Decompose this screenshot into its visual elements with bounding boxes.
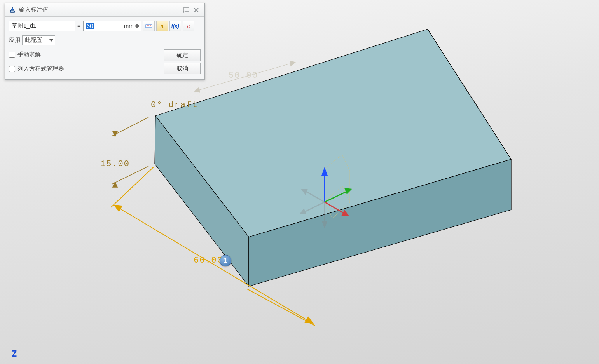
- equation-manager-check[interactable]: [9, 66, 15, 72]
- svg-marker-6: [290, 61, 295, 66]
- svg-marker-18: [114, 205, 122, 211]
- close-icon[interactable]: [191, 6, 201, 14]
- svg-marker-12: [113, 182, 117, 187]
- help-icon[interactable]: [181, 6, 191, 14]
- equation-manager-label: 列入方程式管理器: [17, 65, 64, 73]
- svg-line-16: [247, 289, 315, 326]
- ok-button[interactable]: 确定: [164, 49, 201, 61]
- dim-depth-value: 50.00: [229, 71, 258, 80]
- manual-solve-label: 手动求解: [17, 51, 41, 58]
- svg-marker-5: [194, 87, 200, 92]
- manual-solve-checkbox[interactable]: 手动求解: [9, 51, 41, 58]
- dim-height-value[interactable]: 15.00: [100, 159, 130, 169]
- dialog-title-bar[interactable]: 输入标注值: [5, 3, 204, 17]
- dimension-value-input[interactable]: 60: [83, 21, 141, 31]
- dialog-title: 输入标注值: [19, 6, 48, 14]
- dimension-height[interactable]: [112, 117, 148, 197]
- cancel-button[interactable]: 取消: [164, 63, 201, 74]
- fx-icon[interactable]: f(x): [169, 21, 181, 31]
- dim-width-value[interactable]: 60.00: [194, 256, 223, 265]
- apply-label: 应用: [9, 37, 21, 44]
- dimension-name-input[interactable]: [9, 21, 75, 31]
- solid-body[interactable]: [155, 29, 511, 286]
- equals-sign: =: [75, 23, 83, 29]
- pi-red-icon[interactable]: π: [183, 21, 194, 31]
- pi-gold-icon[interactable]: π: [156, 21, 168, 31]
- ruler-icon[interactable]: [143, 21, 155, 31]
- axis-z-label: Z: [12, 349, 17, 359]
- app-icon: [8, 6, 17, 14]
- dimension-dialog[interactable]: 输入标注值 = 60 mm π f(x) π: [5, 3, 205, 80]
- callout-1: 1: [220, 255, 231, 266]
- value-spinner[interactable]: [135, 21, 141, 31]
- svg-rect-33: [11, 10, 14, 12]
- svg-marker-10: [113, 131, 117, 137]
- equation-manager-checkbox[interactable]: 列入方程式管理器: [9, 65, 64, 73]
- svg-marker-19: [305, 317, 313, 323]
- draft-label[interactable]: 0° draft: [151, 100, 198, 110]
- apply-config-combo[interactable]: 此配置: [22, 35, 55, 45]
- svg-line-7: [112, 117, 148, 136]
- manual-solve-check[interactable]: [9, 52, 15, 58]
